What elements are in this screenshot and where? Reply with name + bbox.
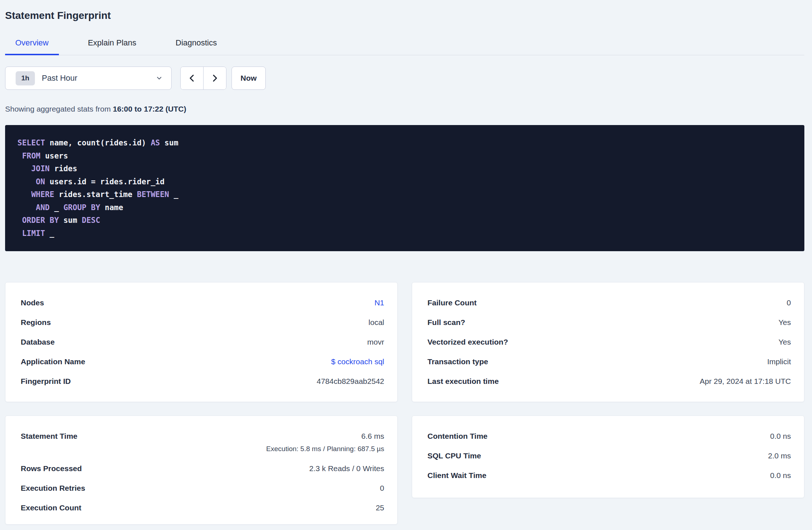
time-toolbar: 1h Past Hour [5,67,804,90]
contention-time-value: 0.0 ns [770,432,791,441]
database-label: Database [21,338,55,346]
sql-cpu-time-value: 2.0 ms [768,451,791,460]
statement-times-card: Statement Time 6.6 ms Execution: 5.8 ms … [5,415,398,525]
chevron-right-icon [211,74,219,83]
time-range-select[interactable]: 1h Past Hour [5,67,172,90]
time-range-badge: 1h [16,71,35,85]
sql-line: JOIN rides [17,162,793,176]
last-execution-time-value: Apr 29, 2024 at 17:18 UTC [700,377,791,386]
tab-diagnostics[interactable]: Diagnostics [165,38,227,55]
database-value: movr [367,338,384,346]
rows-processed-label: Rows Processed [21,464,82,473]
full-scan-label: Full scan? [427,318,465,327]
failure-count-label: Failure Count [427,298,477,307]
full-scan-value: Yes [779,318,791,327]
now-button[interactable]: Now [232,67,266,90]
time-range-label: Past Hour [42,73,156,83]
execution-count-label: Execution Count [21,503,81,512]
regions-label: Regions [21,318,51,327]
statement-time-label: Statement Time [21,432,77,441]
sql-cpu-time-row: SQL CPU Time 2.0 ms [427,451,791,460]
chevron-down-icon [156,75,162,81]
transaction-type-label: Transaction type [427,357,488,366]
nodes-label: Nodes [21,298,44,307]
execution-retries-label: Execution Retries [21,484,85,493]
regions-row: Regions local [21,318,384,327]
fingerprint-id-row: Fingerprint ID 4784cb829aab2542 [21,377,384,386]
full-scan-row: Full scan? Yes [427,318,791,327]
prev-time-button[interactable] [181,67,204,89]
page-title: Statement Fingerprint [5,9,804,22]
transaction-type-row: Transaction type Implicit [427,357,791,366]
fingerprint-id-label: Fingerprint ID [21,377,71,386]
database-row: Database movr [21,338,384,346]
execution-retries-row: Execution Retries 0 [21,484,384,493]
statement-time-breakdown: Execution: 5.8 ms / Planning: 687.5 µs [266,445,384,453]
statement-details-card: Nodes N1 Regions local Database movr App… [5,282,398,402]
sql-cpu-time-label: SQL CPU Time [427,451,481,460]
client-wait-time-value: 0.0 ns [770,471,791,480]
rows-processed-value: 2.3 k Reads / 0 Writes [309,464,384,473]
sql-line: LIMIT _ [17,227,793,240]
resource-times-card: Contention Time 0.0 ns SQL CPU Time 2.0 … [412,415,804,498]
regions-value: local [369,318,384,327]
vectorized-execution-row: Vectorized execution? Yes [427,338,791,346]
execution-count-value: 25 [376,503,384,512]
aggregated-stats-line: Showing aggregated stats from 16:00 to 1… [5,105,804,113]
next-time-button[interactable] [204,67,226,89]
sql-line: ORDER BY sum DESC [17,214,793,227]
last-execution-time-label: Last execution time [427,377,499,386]
application-name-label: Application Name [21,357,85,366]
failure-count-row: Failure Count 0 [427,298,791,307]
nodes-link[interactable]: N1 [374,298,384,307]
execution-count-row: Execution Count 25 [21,503,384,512]
application-name-row: Application Name $ cockroach sql [21,357,384,366]
vectorized-execution-value: Yes [779,338,791,346]
sql-line: SELECT name, count(rides.id) AS sum [17,137,793,150]
sql-line: FROM users [17,150,793,163]
time-pager [180,67,226,90]
chevron-left-icon [188,74,196,83]
last-execution-time-row: Last execution time Apr 29, 2024 at 17:1… [427,377,791,386]
rows-processed-row: Rows Processed 2.3 k Reads / 0 Writes [21,464,384,473]
statement-time-value: 6.6 ms [361,432,384,440]
fingerprint-id-value: 4784cb829aab2542 [317,377,384,386]
aggregated-stats-range: 16:00 to 17:22 (UTC) [113,105,186,113]
contention-time-row: Contention Time 0.0 ns [427,432,791,441]
statement-fingerprint-page: Statement Fingerprint Overview Explain P… [0,9,812,525]
sql-line: AND _ GROUP BY name [17,201,793,214]
statement-time-value-block: 6.6 ms Execution: 5.8 ms / Planning: 687… [266,432,384,453]
failure-count-value: 0 [787,298,791,307]
execution-retries-value: 0 [380,484,384,493]
tab-explain-plans[interactable]: Explain Plans [78,38,146,55]
contention-time-label: Contention Time [427,432,487,441]
transaction-type-value: Implicit [767,357,791,366]
sql-line: WHERE rides.start_time BETWEEN _ [17,188,793,201]
client-wait-time-label: Client Wait Time [427,471,486,480]
execution-attributes-card: Failure Count 0 Full scan? Yes Vectorize… [412,282,804,402]
aggregated-stats-prefix: Showing aggregated stats from [5,105,113,113]
statement-time-row: Statement Time 6.6 ms Execution: 5.8 ms … [21,432,384,453]
vectorized-execution-label: Vectorized execution? [427,338,508,346]
tab-bar: Overview Explain Plans Diagnostics [5,38,804,55]
client-wait-time-row: Client Wait Time 0.0 ns [427,471,791,480]
sql-line: ON users.id = rides.rider_id [17,176,793,189]
sql-statement-box: SELECT name, count(rides.id) AS sum FROM… [5,125,804,251]
tab-overview[interactable]: Overview [5,38,59,55]
summary-cards: Nodes N1 Regions local Database movr App… [5,282,804,525]
nodes-row: Nodes N1 [21,298,384,307]
application-name-link[interactable]: $ cockroach sql [331,357,384,366]
